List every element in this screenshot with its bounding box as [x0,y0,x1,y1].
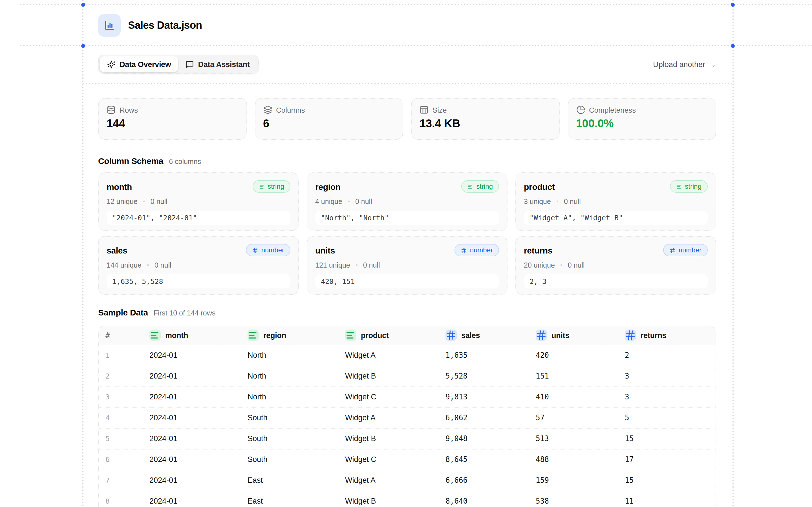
type-badge-label: string [267,182,284,190]
stat-label: Completeness [589,106,636,114]
table-cell: Widget A [345,407,446,428]
type-badge: number [246,244,290,256]
table-row: 32024-01NorthWidget C9,8134103 [99,386,716,407]
tab-data-assistant[interactable]: Data Assistant [179,56,257,72]
table-cell: 15 [625,470,716,491]
sample-data-table: #monthregionproductsalesunitsreturns 120… [99,326,716,507]
table-cell: 488 [536,449,625,470]
table-row: 72024-01EastWidget A6,66615915 [99,470,716,491]
unique-count: 144 unique [107,261,142,269]
upload-another-link[interactable]: Upload another → [653,60,716,68]
row-index-cell: 2 [99,365,149,386]
sample-values: 420, 151 [315,274,499,288]
stat-label: Size [433,106,447,114]
hash-icon [670,247,676,253]
stat-label: Columns [276,106,305,114]
row-index-cell: 5 [99,428,149,449]
table-cell: 9,048 [446,428,536,449]
table-header-row: #monthregionproductsalesunitsreturns [99,326,716,345]
column-header-region: region [248,326,345,345]
table-icon [419,105,428,114]
guide-anchor-dot[interactable] [81,3,85,6]
hash-icon [461,247,467,253]
align-left-icon [248,330,259,341]
null-count: 0 null [564,198,581,205]
table-cell: East [248,491,345,507]
table-cell: 3 [625,386,716,407]
align-left-icon [259,183,265,189]
file-icon-glyph [103,19,116,32]
column-schema-section: Column Schema 6 columns month string 12 … [98,156,716,295]
table-cell: 15 [625,428,716,449]
dot-separator-icon [147,264,149,266]
table-row: 62024-01SouthWidget C8,64548817 [99,449,716,470]
section-subtitle: 6 columns [169,158,201,166]
schema-column-card: sales number 144 unique 0 null 1,635, 5,… [98,236,299,295]
table-cell: 2024-01 [149,365,248,386]
null-count: 0 null [363,261,380,269]
hash-icon [252,247,259,253]
guide-anchor-dot[interactable] [81,44,85,48]
column-header-label: product [361,331,389,340]
dot-separator-icon [560,264,562,266]
tab-label: Data Assistant [198,60,250,68]
column-name: sales [107,245,128,255]
hash-icon [446,330,457,341]
toolbar: Data Overview Data Assistant Upload anot… [98,55,716,74]
type-badge-label: string [685,182,702,190]
table-cell: 3 [625,365,716,386]
column-meta: 3 unique 0 null [524,196,708,206]
column-name: units [315,245,335,255]
tab-data-overview[interactable]: Data Overview [100,56,179,72]
unique-count: 121 unique [315,261,350,269]
column-schema-heading: Column Schema 6 columns [98,156,716,167]
table-cell: Widget C [345,386,446,407]
table-row: 22024-01NorthWidget B5,5281513 [99,365,716,386]
table-cell: Widget B [345,365,446,386]
sample-data-section: Sample Data First 10 of 144 rows #monthr… [98,307,716,507]
table-cell: 11 [625,491,716,507]
stat-card: Rows 144 [98,98,247,140]
table-cell: 2024-01 [149,345,248,365]
guide-anchor-dot[interactable] [731,44,735,48]
sample-values: 1,635, 5,528 [107,274,290,288]
schema-column-card: units number 121 unique 0 null 420, 151 [307,236,507,295]
table-cell: 2024-01 [149,386,248,407]
table-cell: South [248,428,345,449]
row-index-cell: 6 [99,449,149,470]
type-badge-label: number [470,246,493,254]
guide-anchor-dot[interactable] [731,3,735,6]
align-left-icon [467,183,473,189]
align-left-icon [149,330,161,341]
column-name: returns [524,245,552,255]
column-header-returns: returns [625,326,716,345]
layers-icon [263,105,272,114]
tab-group: Data Overview Data Assistant [98,55,259,74]
schema-column-card: region string 4 unique 0 null "North", "… [307,172,507,231]
table-cell: Widget B [345,491,446,507]
table-cell: 9,813 [446,386,536,407]
table-cell: Widget A [345,470,446,491]
arrow-right-icon: → [709,60,716,68]
row-index-cell: 4 [99,407,149,428]
dot-separator-icon [143,201,145,202]
type-badge-label: string [476,182,493,190]
row-index-cell: 3 [99,386,149,407]
hash-icon [625,330,636,341]
section-title: Sample Data [98,307,148,317]
table-cell: 6,666 [446,470,536,491]
table-row: 82024-01EastWidget B8,64053811 [99,491,716,507]
stats-row: Rows 144 Columns 6 Size 13.4 KB Complete… [98,98,716,140]
table-cell: Widget C [345,449,446,470]
table-cell: North [248,386,345,407]
guide-line-right [732,0,733,507]
type-badge: number [663,244,708,256]
table-cell: 6,062 [446,407,536,428]
sample-values: "Widget A", "Widget B" [524,211,708,225]
unique-count: 4 unique [315,198,342,205]
table-cell: 8,640 [446,491,536,507]
column-meta: 4 unique 0 null [315,196,499,206]
column-name: product [524,182,555,191]
table-cell: 2024-01 [149,449,248,470]
stat-value: 144 [107,117,238,130]
